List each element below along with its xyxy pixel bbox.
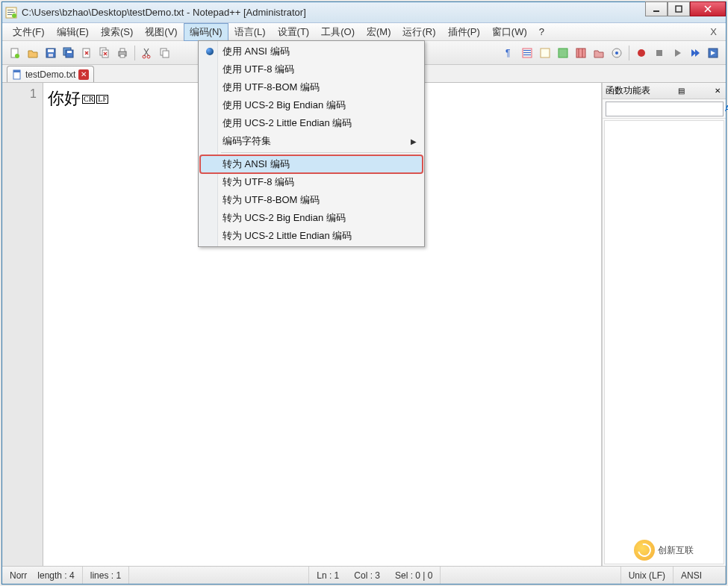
play-macro-button[interactable] xyxy=(669,45,685,61)
close-all-button[interactable] xyxy=(96,45,113,61)
folder-button[interactable] xyxy=(591,45,607,61)
minimize-button[interactable] xyxy=(645,1,668,16)
editor-text: 你好 xyxy=(48,89,81,107)
close-button[interactable] xyxy=(690,1,726,16)
menu-convert-ucs2-le[interactable]: 转为 UCS-2 Little Endian 编码 xyxy=(200,227,423,245)
tab-filename: testDemo.txt xyxy=(25,69,75,80)
svg-rect-27 xyxy=(523,50,531,51)
panel-pin-button[interactable]: ▤ xyxy=(676,86,687,96)
menu-plugins[interactable]: 插件(P) xyxy=(442,23,486,41)
menu-use-utf8[interactable]: 使用 UTF-8 编码 xyxy=(200,60,423,78)
menu-encoding[interactable]: 编码(N) xyxy=(184,23,228,41)
save-button[interactable] xyxy=(43,45,59,61)
svg-rect-36 xyxy=(656,50,662,56)
menu-macro[interactable]: 宏(M) xyxy=(361,23,397,41)
close-file-button[interactable] xyxy=(78,45,95,61)
svg-rect-3 xyxy=(7,14,12,15)
doc-list-button[interactable] xyxy=(573,45,589,61)
status-encoding[interactable]: ANSI xyxy=(673,567,726,584)
new-file-button[interactable] xyxy=(7,45,23,61)
menu-charset[interactable]: 编码字符集▶ xyxy=(200,132,423,150)
menu-window[interactable]: 窗口(W) xyxy=(486,23,533,41)
copy-button[interactable] xyxy=(157,45,173,61)
window-controls xyxy=(645,1,726,16)
save-macro-button[interactable] xyxy=(705,45,721,61)
stop-macro-button[interactable] xyxy=(651,45,668,61)
function-search-input[interactable] xyxy=(606,102,724,116)
menu-run[interactable]: 运行(R) xyxy=(396,23,441,41)
status-spacer2 xyxy=(441,567,620,584)
svg-rect-31 xyxy=(559,49,567,57)
panel-toolbar: A↓ ⟳ xyxy=(603,99,726,119)
eol-marker-lf: LF xyxy=(96,95,108,104)
svg-rect-32 xyxy=(576,49,585,57)
status-col: Col : 3 xyxy=(346,567,388,584)
svg-rect-29 xyxy=(523,54,531,55)
svg-point-34 xyxy=(615,52,618,54)
menu-settings[interactable]: 设置(T) xyxy=(272,23,316,41)
menubar-close[interactable]: X xyxy=(706,26,721,37)
menu-use-ansi[interactable]: 使用 ANSI 编码 xyxy=(200,43,423,60)
sort-az-icon[interactable]: A↓ xyxy=(725,105,728,113)
open-file-button[interactable] xyxy=(25,45,41,61)
menubar: 文件(F) 编辑(E) 搜索(S) 视图(V) 编码(N) 语言(L) 设置(T… xyxy=(2,23,726,41)
radio-selected-icon xyxy=(206,48,214,55)
svg-rect-24 xyxy=(163,51,169,57)
toolbar-separator xyxy=(629,46,629,60)
menu-use-utf8-bom[interactable]: 使用 UTF-8-BOM 编码 xyxy=(200,78,423,96)
print-button[interactable] xyxy=(114,45,131,61)
menu-convert-ucs2-be[interactable]: 转为 UCS-2 Big Endian 编码 xyxy=(200,209,423,227)
status-spacer xyxy=(129,567,309,584)
svg-rect-14 xyxy=(67,51,72,53)
panel-title: 函数功能表 ▤ ✕ xyxy=(603,83,726,99)
show-symbol-button[interactable]: ¶ xyxy=(501,45,517,61)
play-multi-button[interactable] xyxy=(687,45,703,61)
svg-rect-11 xyxy=(49,54,53,57)
status-sel: Sel : 0 | 0 xyxy=(388,567,441,584)
svg-text:¶: ¶ xyxy=(505,48,510,58)
line-number: 1 xyxy=(2,87,37,101)
toolbar-separator xyxy=(134,46,135,60)
svg-rect-10 xyxy=(48,49,54,52)
maximize-button[interactable] xyxy=(668,1,690,16)
app-icon xyxy=(5,7,17,19)
eol-marker-cr: CR xyxy=(82,95,95,104)
submenu-arrow-icon: ▶ xyxy=(411,137,417,146)
menu-language[interactable]: 语言(L) xyxy=(228,23,272,41)
svg-rect-19 xyxy=(120,49,125,52)
file-icon xyxy=(12,69,22,80)
menu-use-ucs2-le[interactable]: 使用 UCS-2 Little Endian 编码 xyxy=(200,114,423,132)
line-number-gutter: 1 xyxy=(2,83,43,566)
menu-search[interactable]: 搜索(S) xyxy=(95,23,139,41)
record-macro-button[interactable] xyxy=(633,45,650,61)
panel-title-text: 函数功能表 xyxy=(606,84,650,97)
menu-edit[interactable]: 编辑(E) xyxy=(51,23,95,41)
file-tab[interactable]: testDemo.txt ✕ xyxy=(7,66,94,82)
status-mode: Norr xyxy=(2,567,30,584)
menu-view[interactable]: 视图(V) xyxy=(139,23,183,41)
menu-convert-utf8-bom[interactable]: 转为 UTF-8-BOM 编码 xyxy=(200,191,423,209)
menu-convert-utf8[interactable]: 转为 UTF-8 编码 xyxy=(200,173,423,191)
svg-rect-2 xyxy=(7,12,15,13)
svg-rect-6 xyxy=(676,6,682,12)
tab-close-button[interactable]: ✕ xyxy=(78,69,89,80)
user-lang-button[interactable] xyxy=(537,45,553,61)
status-ln: Ln : 1 xyxy=(309,567,346,584)
panel-close-button[interactable]: ✕ xyxy=(712,86,723,96)
svg-point-8 xyxy=(15,54,19,58)
function-list-body xyxy=(604,120,724,564)
menu-use-ucs2-be[interactable]: 使用 UCS-2 Big Endian 编码 xyxy=(200,96,423,114)
monitoring-button[interactable] xyxy=(609,45,625,61)
indent-guide-button[interactable] xyxy=(519,45,535,61)
menu-convert-ansi[interactable]: 转为 ANSI 编码 xyxy=(200,155,423,173)
function-list-panel: 函数功能表 ▤ ✕ A↓ ⟳ xyxy=(602,83,726,566)
window-title: C:\Users\bzhao\Desktop\testDemo.txt - No… xyxy=(22,7,723,18)
cut-button[interactable] xyxy=(139,45,155,61)
menu-tools[interactable]: 工具(O) xyxy=(315,23,361,41)
svg-rect-5 xyxy=(653,10,659,12)
save-all-button[interactable] xyxy=(60,45,77,61)
menu-help[interactable]: ? xyxy=(533,24,550,40)
doc-map-button[interactable] xyxy=(555,45,571,61)
menu-file[interactable]: 文件(F) xyxy=(7,23,51,41)
status-eol[interactable]: Unix (LF) xyxy=(621,567,673,584)
